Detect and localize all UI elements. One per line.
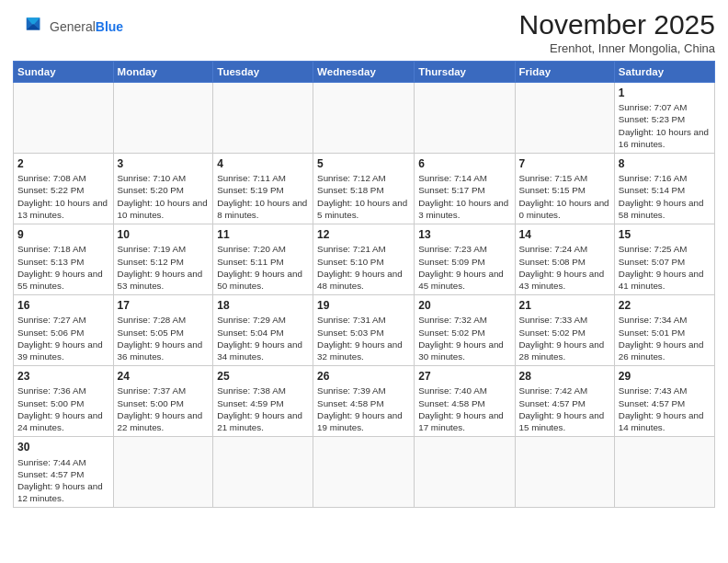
day-info: Sunrise: 7:10 AMSunset: 5:20 PMDaylight:… xyxy=(118,172,210,221)
calendar-day-cell: 23Sunrise: 7:36 AMSunset: 5:00 PMDayligh… xyxy=(14,366,114,437)
day-info: Sunrise: 7:20 AMSunset: 5:11 PMDaylight:… xyxy=(217,243,309,292)
calendar-day-cell xyxy=(313,437,415,508)
day-info: Sunrise: 7:37 AMSunset: 5:00 PMDaylight:… xyxy=(118,385,210,433)
day-info: Sunrise: 7:23 AMSunset: 5:09 PMDaylight:… xyxy=(418,243,510,292)
day-info: Sunrise: 7:43 AMSunset: 4:57 PMDaylight:… xyxy=(619,385,711,433)
day-number: 14 xyxy=(519,227,610,242)
day-info: Sunrise: 7:33 AMSunset: 5:02 PMDaylight:… xyxy=(519,314,610,362)
day-number: 27 xyxy=(418,369,510,384)
header-area: GeneralBlue November 2025 Erenhot, Inner… xyxy=(13,9,715,55)
day-info: Sunrise: 7:07 AMSunset: 5:23 PMDaylight:… xyxy=(619,101,711,150)
day-number: 5 xyxy=(317,156,410,171)
calendar-day-cell xyxy=(113,83,213,154)
day-number: 18 xyxy=(217,298,309,313)
day-number: 30 xyxy=(17,440,109,454)
title-area: November 2025 Erenhot, Inner Mongolia, C… xyxy=(519,9,715,55)
calendar-day-cell: 22Sunrise: 7:34 AMSunset: 5:01 PMDayligh… xyxy=(614,295,714,366)
day-info: Sunrise: 7:42 AMSunset: 4:57 PMDaylight:… xyxy=(519,385,610,433)
calendar-day-cell xyxy=(313,83,415,154)
logo: GeneralBlue xyxy=(13,15,123,40)
calendar-day-cell: 13Sunrise: 7:23 AMSunset: 5:09 PMDayligh… xyxy=(415,224,515,295)
weekday-header-cell: Wednesday xyxy=(313,62,415,83)
page: GeneralBlue November 2025 Erenhot, Inner… xyxy=(0,0,728,563)
day-info: Sunrise: 7:21 AMSunset: 5:10 PMDaylight:… xyxy=(317,243,410,292)
calendar-day-cell xyxy=(614,437,714,508)
day-number: 2 xyxy=(17,156,109,171)
calendar-day-cell: 27Sunrise: 7:40 AMSunset: 4:58 PMDayligh… xyxy=(415,366,515,437)
calendar-day-cell xyxy=(415,437,515,508)
day-number: 9 xyxy=(17,227,109,242)
day-number: 4 xyxy=(217,156,309,171)
weekday-header-cell: Friday xyxy=(515,62,614,83)
day-info: Sunrise: 7:29 AMSunset: 5:04 PMDaylight:… xyxy=(217,314,309,362)
day-number: 1 xyxy=(619,86,711,100)
calendar-day-cell: 5Sunrise: 7:12 AMSunset: 5:18 PMDaylight… xyxy=(313,154,415,224)
day-info: Sunrise: 7:24 AMSunset: 5:08 PMDaylight:… xyxy=(519,243,610,292)
calendar-week-row: 2Sunrise: 7:08 AMSunset: 5:22 PMDaylight… xyxy=(14,154,715,224)
calendar-week-row: 1Sunrise: 7:07 AMSunset: 5:23 PMDaylight… xyxy=(14,83,715,154)
calendar-day-cell: 1Sunrise: 7:07 AMSunset: 5:23 PMDaylight… xyxy=(614,83,714,154)
day-info: Sunrise: 7:32 AMSunset: 5:02 PMDaylight:… xyxy=(418,314,510,362)
month-title: November 2025 xyxy=(519,9,715,40)
calendar-day-cell: 18Sunrise: 7:29 AMSunset: 5:04 PMDayligh… xyxy=(213,295,313,366)
calendar-day-cell: 3Sunrise: 7:10 AMSunset: 5:20 PMDaylight… xyxy=(113,154,213,224)
calendar-week-row: 30Sunrise: 7:44 AMSunset: 4:57 PMDayligh… xyxy=(14,437,715,508)
calendar-day-cell: 19Sunrise: 7:31 AMSunset: 5:03 PMDayligh… xyxy=(313,295,415,366)
day-info: Sunrise: 7:36 AMSunset: 5:00 PMDaylight:… xyxy=(17,385,109,433)
day-number: 8 xyxy=(619,156,711,171)
calendar-day-cell: 29Sunrise: 7:43 AMSunset: 4:57 PMDayligh… xyxy=(614,366,714,437)
day-info: Sunrise: 7:11 AMSunset: 5:19 PMDaylight:… xyxy=(217,172,309,221)
weekday-header-cell: Saturday xyxy=(614,62,714,83)
day-number: 20 xyxy=(418,298,510,313)
calendar-day-cell: 4Sunrise: 7:11 AMSunset: 5:19 PMDaylight… xyxy=(213,154,313,224)
weekday-header-cell: Thursday xyxy=(415,62,515,83)
calendar-day-cell: 20Sunrise: 7:32 AMSunset: 5:02 PMDayligh… xyxy=(415,295,515,366)
calendar-day-cell xyxy=(213,437,313,508)
weekday-header-cell: Monday xyxy=(113,62,213,83)
calendar-day-cell: 6Sunrise: 7:14 AMSunset: 5:17 PMDaylight… xyxy=(415,154,515,224)
calendar-week-row: 16Sunrise: 7:27 AMSunset: 5:06 PMDayligh… xyxy=(14,295,715,366)
calendar-week-row: 9Sunrise: 7:18 AMSunset: 5:13 PMDaylight… xyxy=(14,224,715,295)
day-info: Sunrise: 7:27 AMSunset: 5:06 PMDaylight:… xyxy=(17,314,109,362)
calendar-day-cell: 11Sunrise: 7:20 AMSunset: 5:11 PMDayligh… xyxy=(213,224,313,295)
location: Erenhot, Inner Mongolia, China xyxy=(519,41,715,55)
logo-icon xyxy=(13,15,46,40)
day-info: Sunrise: 7:18 AMSunset: 5:13 PMDaylight:… xyxy=(17,243,109,292)
day-number: 7 xyxy=(519,156,610,171)
calendar: SundayMondayTuesdayWednesdayThursdayFrid… xyxy=(13,61,715,508)
calendar-day-cell xyxy=(14,83,114,154)
logo-text: GeneralBlue xyxy=(50,20,123,34)
day-info: Sunrise: 7:15 AMSunset: 5:15 PMDaylight:… xyxy=(519,172,610,221)
calendar-day-cell xyxy=(415,83,515,154)
calendar-day-cell: 14Sunrise: 7:24 AMSunset: 5:08 PMDayligh… xyxy=(515,224,614,295)
weekday-header-cell: Sunday xyxy=(14,62,114,83)
day-number: 29 xyxy=(619,369,711,384)
calendar-day-cell: 2Sunrise: 7:08 AMSunset: 5:22 PMDaylight… xyxy=(14,154,114,224)
calendar-day-cell: 24Sunrise: 7:37 AMSunset: 5:00 PMDayligh… xyxy=(113,366,213,437)
weekday-header-cell: Tuesday xyxy=(213,62,313,83)
day-number: 12 xyxy=(317,227,410,242)
calendar-day-cell: 9Sunrise: 7:18 AMSunset: 5:13 PMDaylight… xyxy=(14,224,114,295)
calendar-day-cell xyxy=(515,83,614,154)
calendar-day-cell: 7Sunrise: 7:15 AMSunset: 5:15 PMDaylight… xyxy=(515,154,614,224)
calendar-day-cell: 12Sunrise: 7:21 AMSunset: 5:10 PMDayligh… xyxy=(313,224,415,295)
calendar-day-cell xyxy=(213,83,313,154)
calendar-day-cell: 28Sunrise: 7:42 AMSunset: 4:57 PMDayligh… xyxy=(515,366,614,437)
calendar-day-cell: 25Sunrise: 7:38 AMSunset: 4:59 PMDayligh… xyxy=(213,366,313,437)
day-number: 26 xyxy=(317,369,410,384)
day-info: Sunrise: 7:14 AMSunset: 5:17 PMDaylight:… xyxy=(418,172,510,221)
calendar-day-cell: 26Sunrise: 7:39 AMSunset: 4:58 PMDayligh… xyxy=(313,366,415,437)
day-info: Sunrise: 7:40 AMSunset: 4:58 PMDaylight:… xyxy=(418,385,510,433)
day-number: 13 xyxy=(418,227,510,242)
day-info: Sunrise: 7:16 AMSunset: 5:14 PMDaylight:… xyxy=(619,172,711,221)
day-number: 16 xyxy=(17,298,109,313)
day-number: 17 xyxy=(118,298,210,313)
day-info: Sunrise: 7:31 AMSunset: 5:03 PMDaylight:… xyxy=(317,314,410,362)
calendar-day-cell: 8Sunrise: 7:16 AMSunset: 5:14 PMDaylight… xyxy=(614,154,714,224)
day-info: Sunrise: 7:08 AMSunset: 5:22 PMDaylight:… xyxy=(17,172,109,221)
calendar-day-cell xyxy=(113,437,213,508)
calendar-day-cell xyxy=(515,437,614,508)
calendar-body: 1Sunrise: 7:07 AMSunset: 5:23 PMDaylight… xyxy=(14,83,715,508)
day-number: 22 xyxy=(619,298,711,313)
day-number: 15 xyxy=(619,227,711,242)
